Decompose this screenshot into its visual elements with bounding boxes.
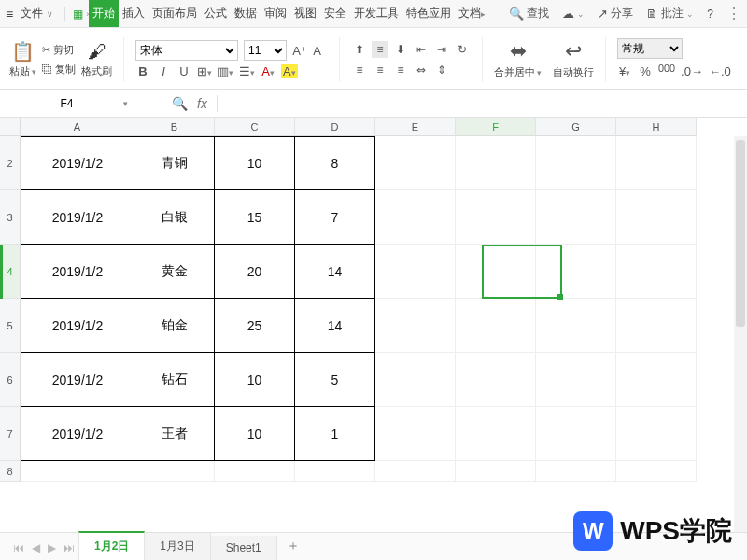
formula-input[interactable] xyxy=(233,97,747,110)
tab-security[interactable]: 安全 xyxy=(320,0,350,27)
comments-button[interactable]: 🗎批注⌄ xyxy=(646,6,694,21)
cell[interactable] xyxy=(375,461,456,482)
col-header-D[interactable]: D xyxy=(295,118,375,136)
cell[interactable] xyxy=(616,407,697,461)
font-color-button[interactable]: A▾ xyxy=(261,64,275,78)
cell[interactable]: 14 xyxy=(295,299,375,353)
zoom-icon[interactable]: 🔍 xyxy=(172,96,188,111)
row-header[interactable]: 7 xyxy=(0,407,21,461)
cell[interactable]: 25 xyxy=(215,299,295,353)
sheet-nav-last[interactable]: ⏭ xyxy=(60,541,78,560)
row-header[interactable]: 4 xyxy=(0,245,21,299)
tab-review[interactable]: 审阅 xyxy=(261,0,290,27)
cell[interactable] xyxy=(295,461,375,482)
merge-across-button[interactable]: ⇔ xyxy=(413,62,430,78)
cell[interactable] xyxy=(215,461,295,482)
tab-dev[interactable]: 开发工具 xyxy=(350,0,402,27)
cell[interactable] xyxy=(375,407,456,461)
cell[interactable] xyxy=(375,190,456,245)
col-header-A[interactable]: A xyxy=(21,118,134,136)
number-format-select[interactable]: 常规 xyxy=(617,38,683,59)
cell[interactable] xyxy=(536,136,616,190)
help-button[interactable]: ? xyxy=(707,7,713,21)
row-header[interactable]: 6 xyxy=(0,353,21,407)
italic-button[interactable]: I xyxy=(156,64,171,78)
indent-decrease-button[interactable]: ⇤ xyxy=(413,41,430,58)
decrease-font-button[interactable]: A⁻ xyxy=(313,44,328,58)
format-painter-button[interactable]: 🖌 格式刷 xyxy=(81,41,112,78)
indent-increase-button[interactable]: ⇥ xyxy=(433,41,450,58)
cell[interactable]: 2019/1/2 xyxy=(21,407,134,461)
col-header-G[interactable]: G xyxy=(536,118,616,136)
cell[interactable] xyxy=(375,136,456,190)
thousands-button[interactable]: 000 xyxy=(658,63,675,79)
align-middle-button[interactable]: ≡ xyxy=(372,41,388,58)
cell[interactable]: 10 xyxy=(215,136,295,190)
cell[interactable]: 2019/1/2 xyxy=(21,190,134,245)
col-header-F[interactable]: F xyxy=(456,118,536,136)
col-header-H[interactable]: H xyxy=(616,118,697,136)
cell[interactable] xyxy=(375,353,456,407)
spreadsheet-grid[interactable]: A B C D E F G H 2 2019/1/2 青铜 10 8 3 201… xyxy=(0,118,747,510)
conditional-format-button[interactable]: ☰▾ xyxy=(239,64,255,78)
cell[interactable] xyxy=(456,299,536,353)
cell[interactable] xyxy=(616,461,697,482)
align-left-button[interactable]: ≡ xyxy=(351,62,368,78)
cell[interactable]: 2019/1/2 xyxy=(21,136,134,190)
row-header[interactable]: 2 xyxy=(0,136,21,190)
copy-button[interactable]: ⿻复制 xyxy=(42,63,76,77)
add-sheet-button[interactable]: ＋ xyxy=(277,532,309,560)
cell[interactable]: 7 xyxy=(295,190,375,245)
cell[interactable]: 2019/1/2 xyxy=(21,299,134,353)
tab-data[interactable]: 数据 xyxy=(231,0,261,27)
wrap-text-button[interactable]: ↩ 自动换行 xyxy=(553,39,594,79)
cell[interactable]: 王者 xyxy=(134,407,215,461)
sheet-tab-2[interactable]: 1月3日 xyxy=(145,533,210,560)
cut-button[interactable]: ✂剪切 xyxy=(42,43,76,57)
row-header[interactable]: 5 xyxy=(0,299,21,353)
cell[interactable] xyxy=(456,136,536,190)
sheet-nav-prev[interactable]: ◀ xyxy=(28,541,44,560)
vertical-scrollbar[interactable] xyxy=(734,136,747,532)
increase-decimal-button[interactable]: .0→ xyxy=(681,64,703,78)
highlight-button[interactable]: A▾ xyxy=(281,64,298,78)
underline-button[interactable]: U xyxy=(176,64,191,78)
tab-insert[interactable]: 插入 xyxy=(119,0,148,27)
cell[interactable]: 2019/1/2 xyxy=(21,245,134,299)
cell[interactable]: 8 xyxy=(295,136,375,190)
percent-button[interactable]: % xyxy=(638,64,653,78)
sheet-tab-3[interactable]: Sheet1 xyxy=(211,536,277,560)
font-name-select[interactable]: 宋体 xyxy=(135,40,238,61)
sheet-tab-1[interactable]: 1月2日 xyxy=(78,531,145,560)
more-button[interactable]: ⋮ xyxy=(726,5,741,22)
cell[interactable] xyxy=(375,245,456,299)
share-button[interactable]: ↗分享 xyxy=(598,6,633,21)
cell[interactable]: 青铜 xyxy=(134,136,215,190)
name-box[interactable]: F4 ▾ xyxy=(0,90,134,117)
cell[interactable]: 10 xyxy=(215,407,295,461)
cell[interactable]: 黄金 xyxy=(134,245,215,299)
cell[interactable]: 铂金 xyxy=(134,299,215,353)
cell[interactable] xyxy=(134,461,215,482)
cell[interactable]: 14 xyxy=(295,245,375,299)
search-button[interactable]: 🔍查找 xyxy=(509,6,549,21)
decrease-decimal-button[interactable]: ←.0 xyxy=(709,64,731,78)
cell[interactable] xyxy=(616,245,697,299)
menu-icon[interactable]: ≡ xyxy=(6,7,13,21)
cell[interactable] xyxy=(616,136,697,190)
cell[interactable]: 钻石 xyxy=(134,353,215,407)
cell[interactable] xyxy=(616,190,697,245)
tab-view[interactable]: 视图 xyxy=(290,0,320,27)
currency-button[interactable]: ¥▾ xyxy=(617,64,632,78)
bold-button[interactable]: B xyxy=(135,64,150,78)
cell[interactable] xyxy=(456,353,536,407)
tab-doc-assistant[interactable]: 文档▸ xyxy=(455,0,489,27)
scrollbar-thumb[interactable] xyxy=(736,140,745,327)
cell[interactable] xyxy=(375,299,456,353)
cell[interactable] xyxy=(536,190,616,245)
document-tab[interactable]: ▦ › xyxy=(73,7,89,21)
paste-button[interactable]: 📋 粘贴▾ xyxy=(9,40,36,78)
align-bottom-button[interactable]: ⬇ xyxy=(392,41,409,58)
align-right-button[interactable]: ≡ xyxy=(392,62,409,78)
file-menu[interactable]: 文件 ∨ xyxy=(17,4,57,23)
